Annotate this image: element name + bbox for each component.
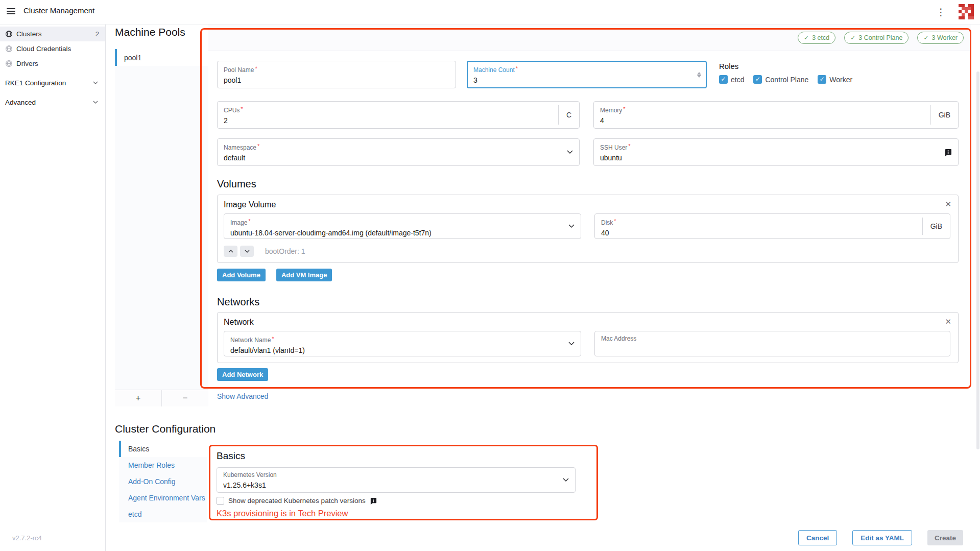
left-sidebar: Clusters 2 Cloud Credentials Drivers RKE… — [0, 25, 106, 551]
move-volume-down-button[interactable] — [240, 246, 254, 257]
ssh-user-field[interactable]: SSH User ubuntu — [593, 138, 959, 166]
top-header: Cluster Management ⋮ — [0, 0, 980, 25]
cluster-configuration-title: Cluster Configuration — [115, 423, 216, 435]
etcd-count-badge: ✓3 etcd — [798, 32, 835, 44]
sidebar-item-label: Clusters — [16, 30, 42, 38]
image-volume-card-title: Image Volume — [224, 200, 952, 209]
cluster-config-tab-strip: Basics Member Roles Add-On Config Agent … — [119, 441, 207, 522]
add-pool-button[interactable]: + — [115, 390, 162, 406]
check-icon: ✓ — [923, 34, 928, 41]
machine-pool-tab-strip: pool1 + − — [115, 49, 208, 406]
pool-strip-footer: + − — [115, 390, 208, 406]
disk-field[interactable]: Disk 40 GiB — [594, 213, 950, 239]
remove-pool-button[interactable]: − — [162, 390, 208, 406]
sidebar-group-rke1-configuration[interactable]: RKE1 Configuration — [0, 75, 105, 90]
add-vm-image-button[interactable]: Add VM Image — [276, 269, 332, 281]
sidebar-item-clusters[interactable]: Clusters 2 — [0, 27, 105, 41]
avatar[interactable] — [959, 4, 974, 19]
bottom-action-bar: Cancel Edit as YAML Create — [798, 530, 963, 545]
cancel-button[interactable]: Cancel — [798, 530, 837, 545]
disk-unit-suffix: GiB — [922, 214, 950, 238]
worker-count-badge: ✓3 Worker — [917, 32, 964, 44]
move-volume-up-button[interactable] — [224, 246, 237, 257]
role-checkbox-control-plane[interactable]: ✓ Control Plane — [753, 75, 808, 84]
role-count-badge-row: ✓3 etcd ✓3 Control Plane ✓3 Worker — [208, 25, 971, 51]
sidebar-item-drivers[interactable]: Drivers — [0, 56, 105, 71]
version-label: v2.7.2-rc4 — [12, 534, 42, 542]
chevron-down-icon — [563, 478, 569, 482]
hamburger-menu-icon[interactable] — [7, 8, 15, 15]
show-advanced-link[interactable]: Show Advanced — [217, 392, 268, 400]
mac-address-field[interactable]: Mac Address — [594, 331, 950, 356]
machine-pools-title: Machine Pools — [115, 26, 185, 38]
basics-panel: Basics Kubernetes Version v1.25.6+k3s1 S… — [210, 446, 596, 519]
volumes-section-title: Volumes — [217, 178, 959, 190]
network-card-title: Network — [224, 318, 952, 327]
basics-panel-title: Basics — [217, 450, 590, 462]
close-icon[interactable]: ✕ — [945, 200, 951, 208]
network-name-select[interactable]: Network Name default/vlan1 (vlanId=1) — [224, 331, 581, 356]
pool-tab-pool1[interactable]: pool1 — [115, 49, 208, 66]
scrollbar[interactable] — [976, 71, 979, 449]
memory-field[interactable]: Memory 4 GiB — [593, 101, 959, 129]
tab-basics[interactable]: Basics — [119, 441, 207, 457]
boot-order-label: bootOrder: 1 — [265, 247, 305, 255]
namespace-select[interactable]: Namespace default — [217, 138, 580, 166]
chevron-down-icon — [568, 342, 575, 346]
globe-icon — [5, 45, 13, 53]
machine-count-stepper[interactable] — [697, 62, 701, 87]
kubernetes-version-select[interactable]: Kubernetes Version v1.25.6+k3s1 — [217, 467, 576, 493]
memory-unit-suffix: GiB — [930, 102, 958, 128]
cpus-unit-suffix: C — [558, 102, 579, 128]
cpus-field[interactable]: CPUs 2 C — [217, 101, 580, 129]
clusters-count-badge: 2 — [95, 30, 99, 38]
chevron-down-icon — [93, 101, 98, 104]
edit-as-yaml-button[interactable]: Edit as YAML — [852, 530, 912, 545]
checkbox-checked-icon: ✓ — [719, 75, 728, 84]
close-icon[interactable]: ✕ — [945, 318, 951, 325]
arrow-up-icon — [228, 250, 233, 253]
machine-count-field[interactable]: Machine Count 3 — [467, 61, 707, 88]
role-checkbox-worker[interactable]: ✓ Worker — [818, 75, 852, 84]
check-icon: ✓ — [850, 34, 855, 41]
show-deprecated-checkbox[interactable]: Show deprecated Kubernetes patch version… — [217, 497, 590, 505]
checkbox-checked-icon: ✓ — [818, 75, 826, 84]
checkbox-checked-icon: ✓ — [753, 75, 762, 84]
sidebar-group-advanced[interactable]: Advanced — [0, 94, 105, 110]
tab-etcd[interactable]: etcd — [119, 506, 207, 522]
sidebar-item-label: Cloud Credentials — [16, 45, 71, 53]
chevron-down-icon — [567, 150, 573, 154]
tab-member-roles[interactable]: Member Roles — [119, 457, 207, 473]
info-tooltip-icon[interactable] — [944, 149, 952, 156]
roles-label: Roles — [719, 62, 852, 70]
create-button[interactable]: Create — [927, 530, 963, 545]
sidebar-item-label: Drivers — [16, 60, 38, 67]
add-volume-button[interactable]: Add Volume — [217, 269, 266, 281]
sidebar-group-label: Advanced — [5, 99, 36, 106]
roles-block: Roles ✓ etcd ✓ Control Plane ✓ Worker — [719, 61, 852, 88]
networks-section-title: Networks — [217, 296, 959, 308]
tab-agent-environment-vars[interactable]: Agent Environment Vars — [119, 490, 207, 506]
tech-preview-warning: K3s provisioning is in Tech Preview — [217, 509, 590, 518]
globe-icon — [5, 60, 13, 67]
image-select[interactable]: Image ubuntu-18.04-server-cloudimg-amd64… — [224, 213, 581, 239]
globe-icon — [5, 30, 13, 38]
arrow-down-icon — [245, 250, 250, 253]
tab-add-on-config[interactable]: Add-On Config — [119, 473, 207, 490]
network-card: Network ✕ Network Name default/vlan1 (vl… — [217, 312, 959, 363]
chevron-down-icon — [568, 224, 575, 228]
machine-pool-form-panel: ✓3 etcd ✓3 Control Plane ✓3 Worker Pool … — [208, 25, 971, 406]
app-title: Cluster Management — [23, 6, 94, 15]
kebab-menu-icon[interactable]: ⋮ — [936, 5, 944, 19]
info-tooltip-icon[interactable] — [370, 497, 377, 505]
sidebar-item-cloud-credentials[interactable]: Cloud Credentials — [0, 41, 105, 56]
checkbox-unchecked-icon — [217, 497, 224, 505]
role-checkbox-etcd[interactable]: ✓ etcd — [719, 75, 744, 84]
add-network-button[interactable]: Add Network — [217, 368, 268, 381]
image-volume-card: Image Volume ✕ Image ubuntu-18.04-server… — [217, 195, 959, 263]
sidebar-group-label: RKE1 Configuration — [5, 79, 66, 87]
check-icon: ✓ — [804, 34, 809, 41]
chevron-down-icon — [93, 81, 98, 84]
pool-name-field[interactable]: Pool Name pool1 — [217, 61, 456, 88]
control-plane-count-badge: ✓3 Control Plane — [844, 32, 909, 44]
